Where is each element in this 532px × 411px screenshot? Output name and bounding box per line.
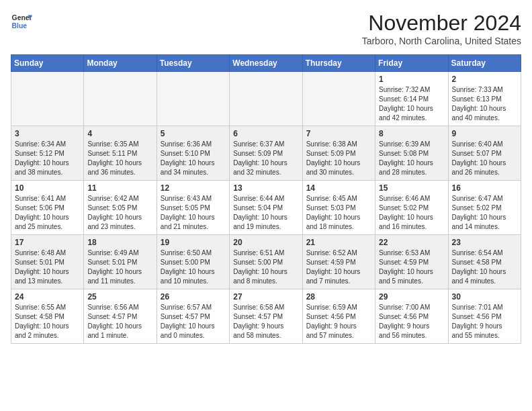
calendar-cell: 15Sunrise: 6:46 AM Sunset: 5:02 PM Dayli… [375, 181, 448, 235]
day-number: 28 [306, 292, 371, 302]
day-info: Sunrise: 6:56 AM Sunset: 4:57 PM Dayligh… [87, 303, 152, 340]
day-info: Sunrise: 7:33 AM Sunset: 6:13 PM Dayligh… [452, 85, 517, 123]
page-header: General Blue November 2024 Tarboro, Nort… [11, 11, 521, 46]
calendar-cell: 3Sunrise: 6:34 AM Sunset: 5:12 PM Daylig… [11, 126, 84, 181]
day-number: 9 [452, 129, 517, 138]
title-block: November 2024 Tarboro, North Carolina, U… [362, 11, 521, 46]
day-number: 19 [161, 238, 226, 247]
day-number: 6 [233, 129, 298, 138]
calendar-cell: 17Sunrise: 6:48 AM Sunset: 5:01 PM Dayli… [11, 235, 84, 289]
day-number: 3 [15, 129, 80, 138]
day-info: Sunrise: 6:39 AM Sunset: 5:08 PM Dayligh… [379, 140, 444, 177]
day-info: Sunrise: 6:46 AM Sunset: 5:02 PM Dayligh… [379, 194, 444, 232]
calendar-cell: 6Sunrise: 6:37 AM Sunset: 5:09 PM Daylig… [230, 126, 302, 181]
day-number: 7 [306, 129, 371, 138]
day-info: Sunrise: 6:49 AM Sunset: 5:01 PM Dayligh… [87, 248, 152, 286]
calendar-cell: 22Sunrise: 6:53 AM Sunset: 4:59 PM Dayli… [375, 235, 448, 289]
day-info: Sunrise: 6:59 AM Sunset: 4:56 PM Dayligh… [306, 303, 371, 340]
day-number: 11 [87, 183, 152, 193]
location-title: Tarboro, North Carolina, United States [362, 36, 521, 46]
calendar-cell: 21Sunrise: 6:52 AM Sunset: 4:59 PM Dayli… [302, 235, 375, 289]
calendar-cell: 13Sunrise: 6:44 AM Sunset: 5:04 PM Dayli… [230, 181, 302, 235]
calendar-table: SundayMondayTuesdayWednesdayThursdayFrid… [11, 54, 521, 344]
calendar-cell: 19Sunrise: 6:50 AM Sunset: 5:00 PM Dayli… [157, 235, 229, 289]
day-number: 2 [452, 75, 517, 84]
calendar-cell: 4Sunrise: 6:35 AM Sunset: 5:11 PM Daylig… [84, 126, 157, 181]
calendar-week-row: 17Sunrise: 6:48 AM Sunset: 5:01 PM Dayli… [11, 235, 521, 289]
day-info: Sunrise: 7:00 AM Sunset: 4:56 PM Dayligh… [379, 303, 444, 340]
day-info: Sunrise: 6:50 AM Sunset: 5:00 PM Dayligh… [161, 248, 226, 286]
day-info: Sunrise: 6:35 AM Sunset: 5:11 PM Dayligh… [87, 140, 152, 177]
day-info: Sunrise: 6:57 AM Sunset: 4:57 PM Dayligh… [161, 303, 226, 340]
calendar-header-row: SundayMondayTuesdayWednesdayThursdayFrid… [11, 55, 521, 72]
day-number: 27 [233, 292, 298, 302]
weekday-header: Saturday [448, 55, 521, 72]
calendar-cell: 1Sunrise: 7:32 AM Sunset: 6:14 PM Daylig… [375, 72, 448, 126]
weekday-header: Wednesday [230, 55, 302, 72]
calendar-cell: 29Sunrise: 7:00 AM Sunset: 4:56 PM Dayli… [375, 289, 448, 344]
day-number: 25 [87, 292, 152, 302]
calendar-cell: 30Sunrise: 7:01 AM Sunset: 4:56 PM Dayli… [448, 289, 521, 344]
day-info: Sunrise: 6:36 AM Sunset: 5:10 PM Dayligh… [161, 140, 226, 177]
calendar-cell: 28Sunrise: 6:59 AM Sunset: 4:56 PM Dayli… [302, 289, 375, 344]
day-number: 21 [306, 238, 371, 247]
logo: General Blue [11, 11, 32, 32]
calendar-cell [230, 72, 302, 126]
day-info: Sunrise: 6:42 AM Sunset: 5:05 PM Dayligh… [87, 194, 152, 232]
calendar-cell: 7Sunrise: 6:38 AM Sunset: 5:09 PM Daylig… [302, 126, 375, 181]
calendar-cell: 23Sunrise: 6:54 AM Sunset: 4:58 PM Dayli… [448, 235, 521, 289]
day-number: 5 [161, 129, 226, 138]
day-number: 13 [233, 183, 298, 193]
day-info: Sunrise: 6:47 AM Sunset: 5:02 PM Dayligh… [452, 194, 517, 232]
calendar-week-row: 1Sunrise: 7:32 AM Sunset: 6:14 PM Daylig… [11, 72, 521, 126]
day-info: Sunrise: 6:55 AM Sunset: 4:58 PM Dayligh… [15, 303, 80, 340]
day-number: 29 [379, 292, 444, 302]
day-info: Sunrise: 6:44 AM Sunset: 5:04 PM Dayligh… [233, 194, 298, 232]
day-info: Sunrise: 6:58 AM Sunset: 4:57 PM Dayligh… [233, 303, 298, 340]
calendar-cell: 5Sunrise: 6:36 AM Sunset: 5:10 PM Daylig… [157, 126, 229, 181]
calendar-cell: 18Sunrise: 6:49 AM Sunset: 5:01 PM Dayli… [84, 235, 157, 289]
calendar-cell [11, 72, 84, 126]
calendar-cell: 26Sunrise: 6:57 AM Sunset: 4:57 PM Dayli… [157, 289, 229, 344]
calendar-cell: 14Sunrise: 6:45 AM Sunset: 5:03 PM Dayli… [302, 181, 375, 235]
calendar-cell [84, 72, 157, 126]
weekday-header: Thursday [302, 55, 375, 72]
day-info: Sunrise: 6:53 AM Sunset: 4:59 PM Dayligh… [379, 248, 444, 286]
calendar-cell: 9Sunrise: 6:40 AM Sunset: 5:07 PM Daylig… [448, 126, 521, 181]
day-number: 4 [87, 129, 152, 138]
day-number: 30 [452, 292, 517, 302]
calendar-cell: 20Sunrise: 6:51 AM Sunset: 5:00 PM Dayli… [230, 235, 302, 289]
day-info: Sunrise: 6:37 AM Sunset: 5:09 PM Dayligh… [233, 140, 298, 177]
day-info: Sunrise: 7:01 AM Sunset: 4:56 PM Dayligh… [452, 303, 517, 340]
day-info: Sunrise: 6:54 AM Sunset: 4:58 PM Dayligh… [452, 248, 517, 286]
day-number: 23 [452, 238, 517, 247]
calendar-week-row: 24Sunrise: 6:55 AM Sunset: 4:58 PM Dayli… [11, 289, 521, 344]
calendar-cell: 24Sunrise: 6:55 AM Sunset: 4:58 PM Dayli… [11, 289, 84, 344]
day-number: 14 [306, 183, 371, 193]
day-number: 20 [233, 238, 298, 247]
calendar-cell: 8Sunrise: 6:39 AM Sunset: 5:08 PM Daylig… [375, 126, 448, 181]
day-number: 12 [161, 183, 226, 193]
day-info: Sunrise: 6:41 AM Sunset: 5:06 PM Dayligh… [15, 194, 80, 232]
day-info: Sunrise: 7:32 AM Sunset: 6:14 PM Dayligh… [379, 85, 444, 123]
month-title: November 2024 [362, 11, 521, 36]
calendar-cell [157, 72, 229, 126]
day-number: 10 [15, 183, 80, 193]
day-number: 1 [379, 75, 444, 84]
calendar-cell: 10Sunrise: 6:41 AM Sunset: 5:06 PM Dayli… [11, 181, 84, 235]
day-number: 8 [379, 129, 444, 138]
day-number: 22 [379, 238, 444, 247]
svg-text:Blue: Blue [12, 22, 28, 30]
calendar-week-row: 10Sunrise: 6:41 AM Sunset: 5:06 PM Dayli… [11, 181, 521, 235]
day-info: Sunrise: 6:43 AM Sunset: 5:05 PM Dayligh… [161, 194, 226, 232]
weekday-header: Sunday [11, 55, 84, 72]
day-info: Sunrise: 6:34 AM Sunset: 5:12 PM Dayligh… [15, 140, 80, 177]
calendar-cell [302, 72, 375, 126]
weekday-header: Tuesday [157, 55, 229, 72]
day-info: Sunrise: 6:48 AM Sunset: 5:01 PM Dayligh… [15, 248, 80, 286]
day-info: Sunrise: 6:38 AM Sunset: 5:09 PM Dayligh… [306, 140, 371, 177]
calendar-cell: 27Sunrise: 6:58 AM Sunset: 4:57 PM Dayli… [230, 289, 302, 344]
calendar-cell: 2Sunrise: 7:33 AM Sunset: 6:13 PM Daylig… [448, 72, 521, 126]
day-info: Sunrise: 6:45 AM Sunset: 5:03 PM Dayligh… [306, 194, 371, 232]
day-number: 17 [15, 238, 80, 247]
